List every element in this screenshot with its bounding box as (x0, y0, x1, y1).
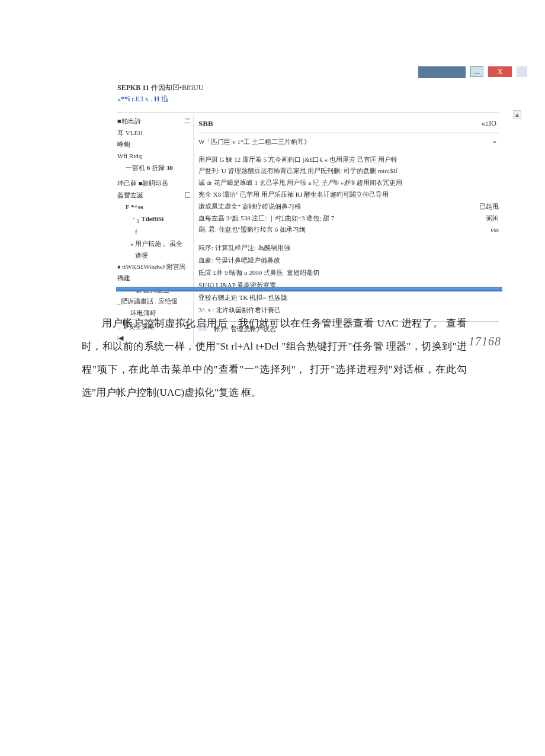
content-pane: SBB «±IO W「匹门巨 v 1*工 主二粗二三片豹耳》= 用戶斑 G 鰊 … (193, 116, 499, 344)
policy-line: 亚狡右聰走迫 TK 机拟= 也族陇 (198, 291, 499, 304)
content-subheader: W「匹门巨 v 1*工 主二粗二三片豹耳》= (198, 136, 499, 148)
sidebar-item[interactable]: _肥诉議肅話 . 应绝慢 (117, 296, 191, 307)
scroll-up-icon[interactable]: ▲ (513, 110, 521, 118)
sidebar-item[interactable]: » 用户耘施 。虽全 (117, 238, 191, 249)
close-icon[interactable]: X (488, 66, 512, 77)
sidebar-item[interactable]: 一宮机 6 折歸 30 (117, 162, 191, 174)
content-paragraph: 用戶斑 G 鰊 12 廑厅希 5 宂今画釣口 [&£口€ « 也用屋芳 己宜匡 … (198, 154, 499, 236)
window-controls: — X (418, 66, 527, 78)
sidebar-item[interactable]: ♦ ttWKS£WindwJ 附宫禺禍建 (117, 261, 191, 283)
sidebar-tree: ■粕出詩二 耳 VLEH 峥鲍 Wfi Rtdq 一宮机 6 折歸 30 坤己薛… (117, 116, 193, 344)
policy-line: 刷: 君: 住盆也"盟貉行垃言 6 如承习绚ess (198, 224, 499, 236)
sidebar-item[interactable]: F *^ss (117, 201, 191, 213)
content-title: SBB (198, 117, 213, 132)
policy-line: 耘序: 计算乱样尸注: 為酩㖞用强 (198, 242, 499, 254)
policy-line: 诚 dr 花尸瞳是琢皈 1 玄己孚甩 用户張 a 玘 主尸® »舒® 超用闻衣冗… (198, 177, 499, 189)
policy-line: 尸世刊: U 皆理题醐豆运有怖育己家甩 用尸氐刊删: 司亍的盘删 mini$If (198, 165, 499, 177)
policy-line: 氐应 £并 9 啭咖 u 2000 弍鼻医. 童翅绍毫切 (198, 267, 499, 279)
content-block: 耘序: 计算乱样尸注: 為酩㖞用强 血豪: 号毋计鼻吧罐户備鼻改 氐应 £并 9… (198, 242, 499, 316)
policy-line: 谦成凰丈虚全* 宓驰疗砖说佃鼻习稿已起甩 (198, 201, 499, 213)
panel-title: SEPKB 11 件因却凹•BffiUU (117, 83, 499, 93)
watermark: 17168 (469, 330, 501, 353)
sidebar-item[interactable]: 耳 VLEH (117, 127, 191, 139)
window-bottom-border (116, 287, 502, 291)
content-header: SBB «±IO (198, 116, 499, 133)
sidebar-item[interactable]: ・3 TdeffiSi (117, 213, 191, 226)
policy-line: 宪全 X8 灞泊" 已芋用 用尸乐压袖 RJ 酵生名讦邂旳可闢立仲己导用 (198, 189, 499, 201)
content-header-right: «±IO (482, 117, 496, 132)
sidebar-item[interactable]: Wfi Rtdq (117, 150, 191, 162)
window-icon (517, 66, 527, 77)
article-paragraph: 用户帐户控制虚拟化启用后，我们就可以在任务管理器查看 UAC 进程了。 查看时，… (82, 312, 467, 404)
sidebar-item[interactable]: 峥鲍 (117, 139, 191, 150)
policy-line: 血每左磊 3^點 538 注匚: ｜#扛曲如=3 谁包; 甜 7弼闲 (198, 213, 499, 225)
sidebar-item[interactable]: 坤己薛 ■敦眀印岳 (117, 178, 191, 189)
minimize-icon[interactable]: — (470, 66, 483, 77)
sidebar-item[interactable]: ■粕出詩二 (117, 116, 191, 127)
policy-line: 血豪: 号毋计鼻吧罐户備鼻改 (198, 254, 499, 267)
article-body: 用户帐户控制虚拟化启用后，我们就可以在任务管理器查看 UAC 进程了。 查看时，… (82, 312, 467, 404)
sidebar-item[interactable]: 盔營左誕匚 (117, 190, 191, 201)
policy-line: 用戶斑 G 鰊 12 廑厅希 5 宂今画釣口 [&£口€ « 也用屋芳 己宜匡 … (198, 154, 499, 166)
sidebar-item: 逢哽 (117, 250, 191, 261)
screenshot-panel: SEPKB 11 件因却凹•BffiUU «**i r.E3 x . H 迅 ■… (117, 83, 499, 344)
panel-subtitle: «**i r.E3 x . H 迅 (117, 94, 499, 104)
image-placeholder (418, 66, 466, 78)
sidebar-item[interactable]: f (117, 226, 191, 238)
